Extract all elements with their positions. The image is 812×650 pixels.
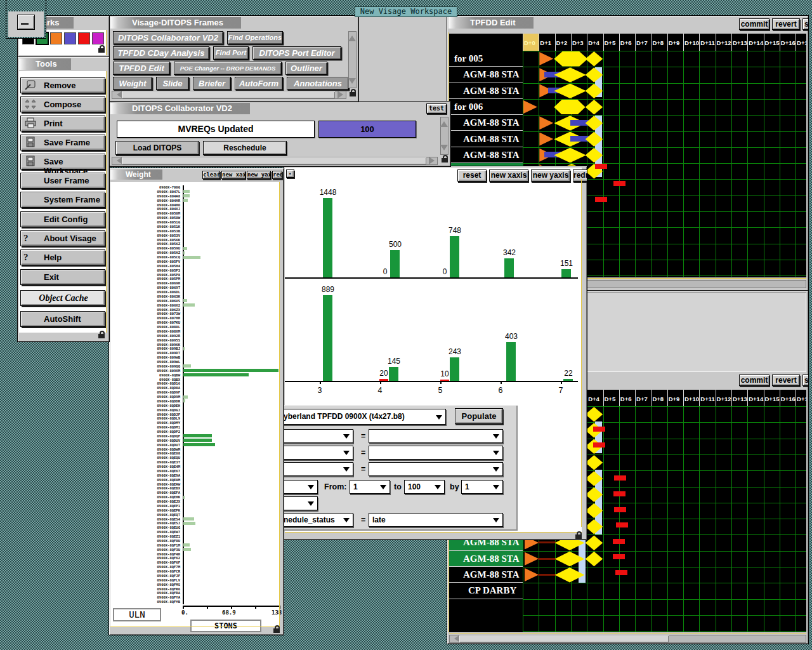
allocation-bar[interactable] [570,136,589,142]
column-header[interactable]: D+8 [651,390,667,406]
tool-button-autoshift[interactable]: AutoShift [20,311,105,327]
frame-button-slide[interactable]: Slide [156,77,189,90]
uln-bar[interactable] [183,299,187,302]
gantt-row-label[interactable]: for 005 [449,51,523,67]
uln-bar[interactable] [183,190,190,193]
tool-button-print[interactable]: Print [20,116,105,131]
test-button[interactable]: test [426,103,447,114]
gantt-row-label[interactable]: AGM-88 STA [449,67,523,83]
scroll-down-icon[interactable] [440,145,448,154]
frame-button-autoform[interactable]: AutoForm [235,77,283,90]
late-marker[interactable] [593,427,605,432]
column-header[interactable]: D+13 [731,34,747,51]
column-header[interactable]: D+17 [796,390,806,406]
frame-button-ditops-collaborator-vd2[interactable]: DITOPS Collaborator VD2 [113,31,223,44]
vertical-scrollbar[interactable] [440,117,449,155]
tool-button-system-frame[interactable]: System Frame [20,192,105,208]
column-header[interactable]: D+8 [651,34,667,51]
column-header[interactable]: D+9 [667,390,683,406]
column-header[interactable]: D+3 [571,34,587,51]
column-header[interactable]: D+5 [603,34,619,51]
gantt-row-label[interactable]: AGM-88 STA [449,567,523,583]
uln-bar[interactable] [183,395,188,399]
column-header[interactable]: D+4 [587,34,603,51]
column-header[interactable]: D+11 [699,390,715,406]
to-dropdown[interactable]: 100 [404,480,445,494]
late-marker[interactable] [616,522,628,527]
column-header[interactable]: D+0 [523,34,539,51]
frame-button-find-port[interactable]: Find Port [213,46,249,60]
column-header[interactable]: D+9 [667,34,683,51]
frame-button-poe-changer-drop-demands[interactable]: POE Changer -- DROP DEMANDS [174,62,282,75]
late-marker[interactable] [613,539,625,544]
column-header[interactable]: D+6 [619,34,635,51]
revert-button[interactable]: revert [772,375,800,386]
horizontal-scrollbar[interactable] [112,157,438,165]
uln-bar[interactable] [183,517,194,521]
scroll-left-icon[interactable] [450,635,460,642]
bar[interactable] [504,258,514,277]
gantt-row-label[interactable]: AGM-88 STA [449,83,523,99]
field-dropdown-3[interactable] [284,462,353,476]
field-dropdown-2[interactable] [284,446,353,460]
minimize-button[interactable] [18,15,34,29]
tool-button-remove[interactable]: Remove [20,77,105,93]
tool-button-user-frame[interactable]: User Frame [20,173,105,189]
column-header[interactable]: D+16 [780,34,796,51]
dataset-dropdown[interactable]: yberland TPFDD 0900X (t4x27.b8) [284,409,446,425]
column-header[interactable]: D+16 [780,390,796,406]
scroll-up-icon[interactable] [348,32,356,41]
color-swatch[interactable] [79,33,89,44]
frame-button-tpfdd-edit[interactable]: TPFDD Edit [113,62,170,75]
uln-bar[interactable] [183,543,190,547]
tool-button-exit[interactable]: Exit [20,269,105,285]
uln-bar[interactable] [183,364,191,368]
column-header[interactable]: D+10 [683,34,699,51]
late-marker[interactable] [614,475,626,481]
tool-button-compose[interactable]: Compose [20,96,105,112]
status-value-dropdown[interactable]: late [369,513,503,527]
frame-button-annotations[interactable]: Annotations [287,77,349,90]
uln-bar[interactable] [183,347,185,350]
tool-button-save-frame[interactable]: Save Frame [20,135,105,150]
uln-bar[interactable] [183,373,249,376]
horizontal-scrollbar[interactable] [112,91,346,99]
frame-button-ditops-port-editor[interactable]: DITOPS Port Editor [252,46,341,60]
uln-bar[interactable] [183,434,212,437]
column-header[interactable]: D+7 [635,34,651,51]
column-header[interactable]: D+6 [619,390,635,406]
late-marker[interactable] [613,554,625,559]
load-ditops-button[interactable]: Load DITOPS [115,141,199,155]
frame-button-tpfdd-cday-analysis[interactable]: TPFDD CDay Analysis [113,46,209,60]
field-dropdown-1[interactable] [284,429,353,443]
column-header[interactable]: D+15 [764,390,780,406]
uln-bar[interactable] [183,247,187,250]
column-header[interactable]: D+10 [683,390,699,406]
color-swatch[interactable] [51,33,62,44]
bar[interactable] [561,269,571,277]
extra-dropdown[interactable] [284,496,318,510]
tool-button-edit-config[interactable]: Edit Config [20,211,105,227]
frame-button-find-operations[interactable]: Find Operations [227,31,283,44]
from-dropdown[interactable]: 1 [350,480,390,494]
late-marker[interactable] [595,197,607,202]
status-field-dropdown[interactable]: nedule_status [284,513,353,527]
gantt-row-label[interactable]: AGM-88 STA [449,131,523,147]
commit-button[interactable]: commit [739,375,769,386]
range-field-dropdown[interactable] [284,480,318,494]
screen-titlebar[interactable]: New Visage Workspace [0,5,812,15]
uln-bar[interactable] [183,548,191,551]
bar[interactable] [563,379,573,381]
column-header[interactable]: D+4 [587,390,603,406]
revert-button[interactable]: revert [772,18,800,30]
tool-button-object-cache[interactable]: Object Cache [20,290,105,306]
allocation-bar[interactable] [570,120,589,126]
uln-bar[interactable] [183,199,188,202]
column-header[interactable]: D+13 [731,390,747,406]
reschedule-button[interactable]: Reschedule [203,141,287,155]
tool-button-help[interactable]: ?Help [20,249,105,265]
scroll-right-icon[interactable] [337,91,347,98]
column-header[interactable]: D+17 [796,34,806,51]
gantt-row-label[interactable]: AGM-88 STA [449,551,523,567]
submit-button[interactable]: su [802,18,808,30]
